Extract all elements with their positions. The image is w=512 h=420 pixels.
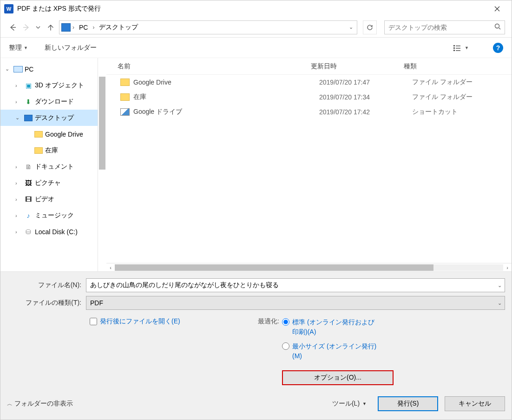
breadcrumb-pc[interactable]: PC bbox=[76, 24, 91, 31]
scroll-right-icon[interactable]: › bbox=[503, 263, 512, 272]
tree-expand-icon[interactable]: › bbox=[15, 213, 22, 218]
tree-item-google-drive[interactable]: ·Google Drive bbox=[0, 126, 98, 142]
search-box[interactable] bbox=[384, 20, 505, 34]
nav-recent-dropdown[interactable] bbox=[35, 22, 41, 33]
address-dropdown-icon[interactable]: ⌄ bbox=[347, 24, 355, 30]
titlebar: W PDF または XPS 形式で発行 bbox=[0, 0, 512, 17]
svg-rect-1 bbox=[453, 45, 455, 46]
filename-input[interactable]: あしびきの山鳥の尾のしだり尾のながながし夜をひとりかも寝る ⌄ bbox=[86, 278, 505, 292]
tree-expand-icon[interactable]: › bbox=[15, 164, 22, 170]
tree-expand-icon[interactable]: › bbox=[15, 180, 22, 186]
view-icon bbox=[453, 45, 462, 51]
close-button[interactable] bbox=[486, 0, 508, 17]
radio-min-input[interactable] bbox=[282, 342, 289, 350]
tree-item-label: ダウンロード bbox=[35, 98, 74, 106]
breadcrumb-desktop[interactable]: デスクトップ bbox=[96, 23, 141, 32]
tree-item-pc[interactable]: ⌄PC bbox=[0, 61, 98, 77]
horizontal-scrollbar[interactable]: ‹ › bbox=[106, 263, 512, 271]
help-button[interactable]: ? bbox=[493, 43, 503, 53]
word-app-icon: W bbox=[4, 4, 13, 13]
refresh-button[interactable] bbox=[363, 20, 377, 34]
content-area: ⌄PC›▣3D オブジェクト›⬇ダウンロード⌄デスクトップ·Google Dri… bbox=[0, 58, 512, 271]
tree-expand-icon[interactable]: › bbox=[15, 229, 22, 235]
tree-item--[interactable]: ›🎞ビデオ bbox=[0, 191, 98, 207]
tree-expand-icon[interactable]: › bbox=[15, 99, 22, 105]
chevron-down-icon[interactable]: ⌄ bbox=[498, 282, 502, 289]
optimize-standard-radio[interactable]: 標準 (オンライン発行および印刷)(A) bbox=[282, 317, 381, 337]
publish-button[interactable]: 発行(S) bbox=[378, 396, 438, 411]
tree-folder-icon: 🗎 bbox=[24, 163, 33, 171]
tree-item--[interactable]: ⌄デスクトップ bbox=[0, 110, 98, 126]
tree-folder-icon bbox=[24, 114, 33, 122]
file-date: 2019/07/20 17:34 bbox=[319, 93, 412, 101]
tree-expand-icon[interactable]: ⌄ bbox=[5, 66, 12, 72]
radio-standard-input[interactable] bbox=[282, 318, 289, 326]
tree-item-label: 3D オブジェクト bbox=[35, 81, 84, 90]
breadcrumb-sep-icon: › bbox=[72, 24, 74, 31]
organize-menu[interactable]: 整理 ▼ bbox=[9, 44, 28, 52]
file-type: ファイル フォルダー bbox=[412, 93, 473, 101]
scrollbar-thumb[interactable] bbox=[115, 264, 433, 271]
open-after-input[interactable] bbox=[90, 318, 97, 325]
hide-folders-toggle[interactable]: ︿ フォルダーの非表示 bbox=[7, 400, 73, 408]
tree-item-label: Google Drive bbox=[45, 131, 83, 138]
chevron-down-icon: ▼ bbox=[362, 401, 367, 406]
tree-expand-icon[interactable]: ⌄ bbox=[15, 115, 22, 121]
file-name: Google Drive bbox=[133, 79, 319, 86]
open-after-label: 発行後にファイルを開く(E) bbox=[100, 317, 180, 326]
filename-row: ファイル名(N): あしびきの山鳥の尾のしだり尾のながながし夜をひとりかも寝る … bbox=[7, 278, 505, 292]
tree-item--[interactable]: ·在庫 bbox=[0, 142, 98, 158]
open-after-checkbox[interactable]: 発行後にファイルを開く(E) bbox=[90, 317, 239, 326]
tree-item--[interactable]: ›🗎ドキュメント bbox=[0, 158, 98, 175]
file-row[interactable]: Google ドライブ2019/07/20 17:42ショートカット bbox=[106, 105, 512, 119]
radio-min-label: 最小サイズ (オンライン発行)(M) bbox=[292, 341, 381, 361]
sidebar-scrollbar[interactable] bbox=[98, 58, 106, 271]
search-input[interactable] bbox=[388, 24, 494, 31]
tree-expand-icon[interactable]: › bbox=[15, 197, 22, 202]
folder-tree: ⌄PC›▣3D オブジェクト›⬇ダウンロード⌄デスクトップ·Google Dri… bbox=[0, 58, 98, 271]
tree-expand-icon[interactable]: · bbox=[26, 148, 32, 153]
scrollbar-thumb[interactable] bbox=[99, 77, 105, 170]
tree-folder-icon: ♪ bbox=[24, 211, 33, 220]
search-icon[interactable] bbox=[494, 23, 501, 32]
tree-folder-icon bbox=[34, 146, 43, 155]
tree-item-label: 在庫 bbox=[45, 146, 58, 155]
folder-icon bbox=[120, 93, 130, 101]
view-options-button[interactable]: ▼ bbox=[453, 45, 469, 51]
hide-folders-label: フォルダーの非表示 bbox=[14, 400, 73, 408]
file-row[interactable]: Google Drive2019/07/20 17:47ファイル フォルダー bbox=[106, 75, 512, 90]
svg-rect-4 bbox=[456, 48, 460, 49]
scroll-left-icon[interactable]: ‹ bbox=[106, 263, 115, 272]
tree-item-3d-[interactable]: ›▣3D オブジェクト bbox=[0, 77, 98, 93]
nav-back-button[interactable] bbox=[7, 22, 18, 33]
tree-expand-icon[interactable]: › bbox=[15, 83, 22, 88]
tree-folder-icon: ⛁ bbox=[24, 228, 33, 236]
column-type[interactable]: 種類 bbox=[404, 62, 512, 71]
optimize-minimum-radio[interactable]: 最小サイズ (オンライン発行)(M) bbox=[282, 341, 381, 361]
chevron-down-icon bbox=[36, 26, 40, 29]
file-type: ショートカット bbox=[412, 108, 458, 116]
new-folder-button[interactable]: 新しいフォルダー bbox=[45, 44, 97, 52]
cancel-button[interactable]: キャンセル bbox=[445, 396, 505, 411]
tools-menu[interactable]: ツール(L) ▼ bbox=[332, 400, 367, 408]
arrow-up-icon bbox=[47, 24, 54, 31]
tree-expand-icon[interactable]: · bbox=[26, 131, 32, 137]
nav-forward-button[interactable] bbox=[21, 22, 32, 33]
tree-item-label: PC bbox=[25, 66, 33, 73]
nav-up-button[interactable] bbox=[45, 22, 56, 33]
filetype-select[interactable]: PDF ⌄ bbox=[86, 296, 505, 310]
address-bar[interactable]: › PC › デスクトップ ⌄ bbox=[59, 20, 357, 34]
tree-item--[interactable]: ›🖼ピクチャ bbox=[0, 175, 98, 191]
file-row[interactable]: 在庫2019/07/20 17:34ファイル フォルダー bbox=[106, 90, 512, 105]
tree-item--[interactable]: ›⬇ダウンロード bbox=[0, 93, 98, 110]
filename-label: ファイル名(N): bbox=[7, 281, 81, 289]
column-name[interactable]: 名前 bbox=[106, 62, 311, 71]
chevron-down-icon[interactable]: ⌄ bbox=[498, 300, 502, 306]
tree-item-label: ピクチャ bbox=[35, 179, 61, 187]
tree-folder-icon bbox=[13, 65, 23, 73]
optimization-options: 発行後にファイルを開く(E) 最適化: 標準 (オンライン発行および印刷)(A)… bbox=[7, 314, 505, 385]
tree-item-local-disk-c-[interactable]: ›⛁Local Disk (C:) bbox=[0, 223, 98, 240]
column-date[interactable]: 更新日時 bbox=[311, 62, 404, 71]
options-button[interactable]: オプション(O)... bbox=[282, 370, 394, 385]
tree-item--[interactable]: ›♪ミュージック bbox=[0, 207, 98, 223]
